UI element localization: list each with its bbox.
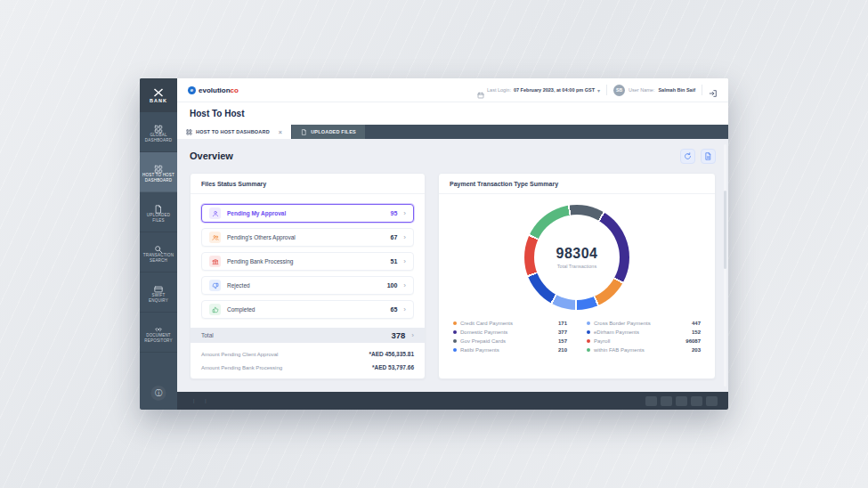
legend-value: 171 — [558, 321, 567, 326]
files-status-title: Files Status Summary — [191, 174, 425, 194]
legend-dot — [587, 330, 590, 334]
status-row[interactable]: Pending My Approval 95 › — [201, 204, 414, 223]
footer-link[interactable] — [199, 398, 211, 403]
sidebar-item[interactable]: DOCUMENT REPOSITORY — [140, 313, 177, 353]
total-transactions-label: Total Transactions — [557, 264, 596, 269]
global-dashboard-icon — [154, 121, 163, 130]
main-column: e evolutionco Last Login: 07 February 20… — [177, 78, 728, 410]
pending-my-approval-icon — [209, 207, 221, 219]
sidebar-item[interactable]: HOST TO HOST DASHBOARD — [140, 152, 177, 192]
brand-logo[interactable]: e evolutionco — [188, 86, 239, 94]
export-pdf-button[interactable] — [701, 149, 716, 164]
pending-others-approval-icon — [209, 232, 221, 243]
legend-item: Domestic Payments 377 — [453, 329, 567, 335]
amount-value: *AED 53,797.66 — [372, 364, 414, 370]
footer — [177, 392, 728, 410]
sidebar-item-label: TRANSACTION SEARCH — [142, 253, 175, 263]
social-button[interactable] — [661, 396, 672, 406]
files-status-list: Pending My Approval 95 › Pending's Other… — [191, 194, 425, 324]
legend-dot — [453, 348, 457, 352]
payment-summary-card: Payment Transaction Type Summary 98304 T… — [438, 173, 716, 379]
user-menu[interactable]: SB User Name: Salmah Bin Saif — [613, 85, 695, 96]
legend-value: 157 — [558, 338, 567, 344]
footer-link[interactable] — [188, 398, 199, 403]
status-row[interactable]: Pending Bank Processing 51 › — [201, 252, 414, 271]
tab[interactable]: HOST TO HOST DASHBOARD × — [177, 125, 291, 139]
chevron-right-icon: › — [411, 332, 414, 339]
sidebar-item[interactable]: SWIFT ENQUIRY — [140, 272, 177, 313]
social-button[interactable] — [706, 396, 718, 406]
status-label: Pending's Others Approval — [227, 234, 385, 240]
refresh-button[interactable] — [680, 149, 695, 164]
sidebar-item[interactable]: UPLOADED FILES — [140, 192, 177, 232]
overview-actions — [680, 149, 716, 164]
uploaded-files-icon — [154, 201, 163, 210]
legend-value: 203 — [692, 347, 701, 353]
total-value: 378 — [391, 330, 405, 340]
status-row[interactable]: Completed 65 › — [201, 300, 414, 319]
brand-name: evolutionco — [199, 86, 239, 94]
sidebar-item-label: DOCUMENT REPOSITORY — [142, 333, 175, 343]
divider — [702, 85, 702, 95]
chevron-right-icon: › — [403, 306, 406, 313]
legend-name: eDirham Payments — [594, 329, 688, 335]
amount-label: Amount Pending Bank Processing — [201, 365, 282, 370]
uploaded-files-tab-icon — [301, 129, 307, 135]
logout-icon — [709, 85, 718, 94]
legend-name: within FAB Payments — [594, 347, 688, 353]
tab[interactable]: UPLOADED FILES — [292, 125, 365, 139]
legend-dot — [587, 321, 590, 325]
legend-dot — [453, 339, 457, 343]
legend-name: Domestic Payments — [460, 329, 555, 335]
legend-item: Ratibi Payments 210 — [453, 347, 567, 353]
scrollbar-track[interactable] — [724, 144, 726, 386]
logout-button[interactable] — [709, 85, 718, 94]
amount-row: Amount Pending Client Approval *AED 456,… — [201, 351, 414, 357]
rejected-icon — [209, 280, 221, 291]
legend-item: Cross Border Payments 447 — [587, 321, 701, 326]
legend-name: Ratibi Payments — [460, 347, 555, 353]
last-login-dropdown[interactable]: Last Login: 07 February 2023, at 04:00 p… — [477, 86, 600, 94]
social-button[interactable] — [645, 396, 657, 406]
files-status-card: Files Status Summary Pending My Approval… — [190, 173, 426, 379]
status-count: 65 — [391, 306, 398, 313]
status-row[interactable]: Pending's Others Approval 67 › — [201, 228, 414, 247]
help-button[interactable]: ⓘ — [151, 386, 166, 401]
sidebar-item[interactable]: TRANSACTION SEARCH — [140, 232, 177, 272]
user-name-value: Salmah Bin Saif — [658, 87, 695, 93]
total-label: Total — [201, 332, 385, 338]
page-title: Host To Host — [190, 109, 244, 118]
social-button[interactable] — [691, 396, 702, 406]
status-count: 51 — [391, 258, 398, 264]
amount-value: *AED 456,335.81 — [369, 351, 414, 357]
payment-summary-title: Payment Transaction Type Summary — [439, 174, 715, 194]
total-row[interactable]: Total 378 › — [191, 328, 425, 343]
legend-value: 447 — [692, 321, 701, 326]
content-area: Overview Files Status Summary Pending My… — [177, 139, 728, 392]
chevron-down-icon: ▾ — [597, 87, 600, 94]
tab-close-icon[interactable]: × — [279, 129, 282, 135]
top-bar-right: Last Login: 07 February 2023, at 04:00 p… — [477, 85, 718, 96]
bank-logo[interactable]: BANK — [140, 78, 177, 112]
legend-dot — [587, 339, 590, 343]
scrollbar-thumb[interactable] — [724, 191, 726, 269]
legend-dot — [587, 348, 590, 352]
document-repository-icon — [154, 321, 163, 330]
sidebar-item[interactable]: GLOBAL DASHBOARD — [140, 112, 177, 152]
sidebar: BANK GLOBAL DASHBOARD HOST TO HOST DASHB… — [140, 78, 177, 410]
amount-label: Amount Pending Client Approval — [201, 352, 278, 357]
refresh-icon — [684, 148, 692, 164]
pdf-file-icon — [704, 148, 712, 164]
bank-logo-text: BANK — [150, 98, 167, 103]
chevron-right-icon: › — [403, 234, 406, 241]
legend-dot — [453, 330, 457, 334]
chevron-right-icon: › — [403, 258, 406, 265]
legend-item: Payroll 96087 — [587, 338, 701, 344]
top-bar: e evolutionco Last Login: 07 February 20… — [177, 78, 728, 102]
social-button[interactable] — [676, 396, 687, 406]
legend-name: Cross Border Payments — [594, 321, 688, 326]
legend-name: Credit Card Payments — [460, 321, 555, 326]
sidebar-item-label: HOST TO HOST DASHBOARD — [142, 173, 175, 183]
status-row[interactable]: Rejected 100 › — [201, 276, 414, 295]
chevron-right-icon: › — [403, 282, 406, 289]
